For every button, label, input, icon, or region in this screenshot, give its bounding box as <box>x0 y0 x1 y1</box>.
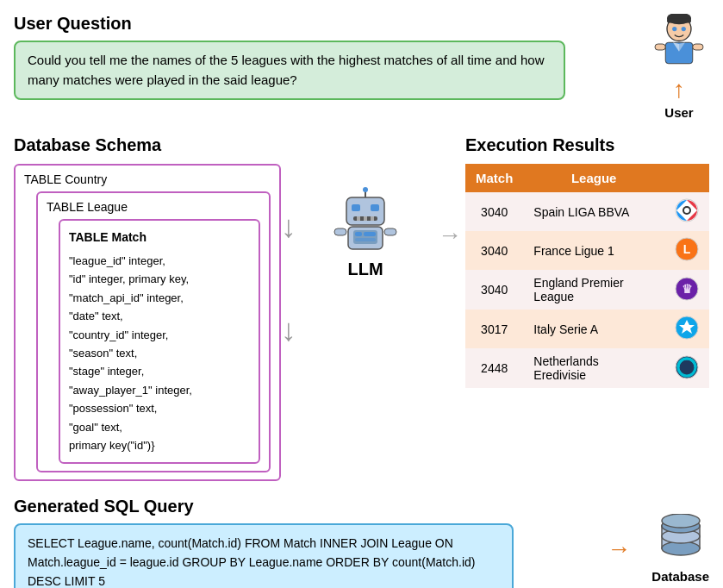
col-match-header: Match <box>465 164 523 192</box>
table-row: 3040 Spain LIGA BBVA <box>465 192 709 231</box>
svg-rect-23 <box>355 238 376 241</box>
svg-point-28 <box>684 208 689 213</box>
svg-rect-16 <box>357 216 360 221</box>
results-section: Execution Results Match League 3040 Spai… <box>465 135 709 388</box>
results-title: Execution Results <box>465 135 709 155</box>
svg-point-12 <box>363 187 368 192</box>
table-match-header: TABLE Match <box>69 228 250 248</box>
match-value: 3040 <box>465 192 523 231</box>
svg-rect-8 <box>655 44 665 50</box>
table-row: 3040 England Premier League ♛ <box>465 270 709 310</box>
table-row: 3017 Italy Serie A <box>465 310 709 348</box>
league-icon: ♛ <box>664 270 709 310</box>
col-icon-header <box>664 164 709 192</box>
table-country-box: TABLE Country TABLE League TABLE Match "… <box>14 164 281 481</box>
right-arrow: → <box>434 222 465 249</box>
match-value: 3040 <box>465 270 523 310</box>
svg-rect-14 <box>371 204 379 211</box>
table-league-box: TABLE League TABLE Match "league_id" int… <box>36 191 271 472</box>
database-label: Database <box>651 569 709 584</box>
svg-text:♛: ♛ <box>682 282 693 296</box>
llm-robot-icon <box>331 187 400 256</box>
col-league-header: League <box>523 164 664 192</box>
sql-box: SELECT League.name, count(Match.id) FROM… <box>14 523 514 588</box>
table-match-body: "league_id" integer, "id" integer, prima… <box>69 252 250 455</box>
table-country-label: TABLE Country <box>24 172 271 186</box>
bottom-row: Generated SQL Query SELECT League.name, … <box>14 497 709 588</box>
sql-section: Generated SQL Query SELECT League.name, … <box>14 497 586 588</box>
llm-label: LLM <box>347 260 383 279</box>
svg-rect-21 <box>355 232 362 236</box>
svg-rect-22 <box>364 232 376 236</box>
svg-point-41 <box>662 514 700 528</box>
sql-to-db-arrow: → <box>607 535 631 563</box>
svg-text:L: L <box>683 242 691 256</box>
league-name: Netherlands Eredivisie <box>523 348 664 388</box>
svg-rect-13 <box>352 204 360 211</box>
svg-point-4 <box>682 27 686 31</box>
user-label: User <box>664 105 693 120</box>
league-name: England Premier League <box>523 270 664 310</box>
svg-rect-25 <box>384 228 396 235</box>
user-avatar: ↑ User <box>649 14 709 120</box>
svg-rect-18 <box>371 216 374 221</box>
match-value: 2448 <box>465 348 523 388</box>
schema-section: Database Schema TABLE Country TABLE Leag… <box>14 135 281 481</box>
svg-rect-24 <box>334 228 346 235</box>
league-icon <box>664 310 709 348</box>
down-arrow-top: ↓ <box>281 211 296 242</box>
table-match-box: TABLE Match "league_id" integer, "id" in… <box>59 219 260 464</box>
svg-rect-10 <box>346 197 384 225</box>
match-value: 3040 <box>465 231 523 270</box>
svg-point-3 <box>672 27 676 31</box>
results-table: Match League 3040 Spain LIGA BBVA 3040 F… <box>465 164 709 388</box>
llm-section: LLM <box>296 135 434 279</box>
svg-rect-9 <box>693 44 703 50</box>
database-section: Database <box>651 514 709 584</box>
sql-title: Generated SQL Query <box>14 497 586 516</box>
match-value: 3017 <box>465 310 523 348</box>
table-league-label: TABLE League <box>47 200 260 214</box>
table-row: 3040 France Ligue 1 L <box>465 231 709 270</box>
llm-to-results-flow: → <box>434 135 465 249</box>
league-name: Italy Serie A <box>523 310 664 348</box>
league-name: Spain LIGA BBVA <box>523 192 664 231</box>
user-icon <box>649 14 709 74</box>
table-row: 2448 Netherlands Eredivisie <box>465 348 709 388</box>
database-icon <box>655 514 707 566</box>
svg-rect-2 <box>667 18 691 22</box>
league-icon: L <box>664 231 709 270</box>
svg-rect-17 <box>364 216 367 221</box>
user-question-box: Could you tell me the names of the 5 lea… <box>14 41 565 100</box>
schema-title: Database Schema <box>14 135 281 155</box>
league-icon <box>664 192 709 231</box>
user-up-arrow: ↑ <box>673 78 685 102</box>
user-question-title: User Question <box>14 14 649 34</box>
down-arrow-bottom: ↓ <box>281 315 296 346</box>
league-icon <box>664 348 709 388</box>
schema-to-llm-flow: ↓ ↓ <box>281 135 296 353</box>
league-name: France Ligue 1 <box>523 231 664 270</box>
